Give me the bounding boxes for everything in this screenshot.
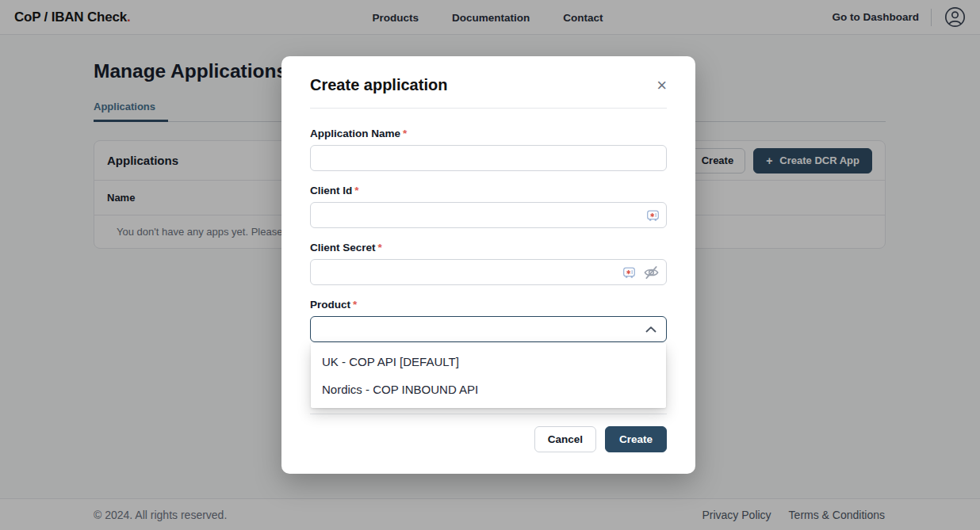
client-secret-input[interactable] [310,259,667,285]
application-name-field-group: Application Name* [310,128,667,171]
toggle-secret-visibility-eye-off-icon[interactable] [643,264,660,280]
label-text: Client Secret [310,242,376,254]
client-id-field-group: Client Id* [310,185,667,228]
label-text: Client Id [310,185,352,196]
client-id-label: Client Id* [310,185,667,196]
product-label: Product* [310,299,667,311]
label-text: Application Name [310,128,400,139]
required-marker: * [354,185,358,196]
required-marker: * [353,299,357,311]
required-marker: * [403,128,407,139]
modal-create-button[interactable]: Create [605,426,667,452]
create-application-modal: Create application × Application Name* C… [281,56,695,474]
cancel-button[interactable]: Cancel [534,426,596,452]
label-text: Product [310,299,350,311]
close-icon[interactable]: × [657,78,667,93]
product-option-uk-cop-api[interactable]: UK - COP API [DEFAULT] [311,348,666,376]
application-name-label: Application Name* [310,128,667,139]
modal-header: Create application × [310,76,667,94]
product-option-nordics-cop-inbound-api[interactable]: Nordics - COP INBOUND API [311,376,666,403]
create-application-form: Application Name* Client Id* [310,128,667,452]
password-manager-vault-icon[interactable] [622,265,636,279]
product-select[interactable]: UK - COP API [DEFAULT] Nordics - COP INB… [310,316,667,342]
modal-header-divider [310,108,667,109]
product-dropdown-panel: UK - COP API [DEFAULT] Nordics - COP INB… [311,343,666,408]
modal-title: Create application [310,76,447,94]
password-manager-vault-icon[interactable] [646,208,660,222]
application-name-input[interactable] [310,145,667,171]
client-secret-field-group: Client Secret* [310,242,667,285]
modal-footer-divider [310,414,667,414]
required-marker: * [378,242,382,254]
modal-actions: Cancel Create [310,426,667,452]
product-field-group: Product* UK - COP API [DEFAULT] Nordics … [310,299,667,342]
client-id-input[interactable] [310,202,667,228]
chevron-up-icon [645,326,657,333]
client-secret-label: Client Secret* [310,242,667,254]
